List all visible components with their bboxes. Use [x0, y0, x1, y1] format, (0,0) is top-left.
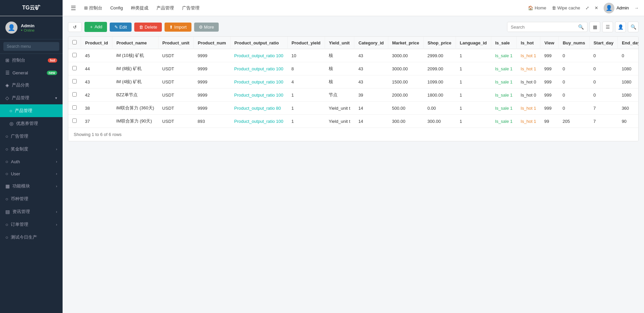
nav-item-dashboard[interactable]: ⊞ 控制台 — [84, 4, 102, 12]
cell-is-hot[interactable]: Is_hot 1 — [516, 62, 540, 75]
production-icon: ○ — [5, 235, 8, 240]
cell-product-num: 9999 — [193, 102, 230, 115]
sidebar-item-label: 订单管理 — [11, 221, 53, 228]
col-is-hot: Is_hot — [516, 37, 540, 49]
search-icon[interactable]: 🔍 — [575, 22, 587, 32]
expand-icon[interactable]: ⤢ — [585, 5, 589, 10]
home-link[interactable]: 🏠 Home — [528, 5, 546, 10]
refresh-button[interactable]: ↺ — [68, 22, 82, 32]
nav-item-config[interactable]: Config — [110, 4, 123, 12]
cell-output-ratio[interactable]: Product_output_ratio 100 — [230, 49, 287, 62]
col-start-day: Start_day — [589, 37, 617, 49]
sidebar-search-input[interactable] — [3, 42, 59, 51]
cell-is-hot[interactable]: Is_hot 1 — [516, 115, 540, 128]
column-toggle-button[interactable]: 👤 — [615, 22, 626, 32]
sidebar-item-product-management-group[interactable]: ◇ 产品管理 ▾ — [0, 92, 63, 104]
chevron-right-icon: › — [56, 172, 57, 176]
sidebar-item-product-management[interactable]: ○ 产品管理 — [0, 104, 63, 117]
nav-item-commission[interactable]: 种类提成 — [131, 4, 148, 12]
cell-output-ratio[interactable]: Product_output_ratio 80 — [230, 102, 287, 115]
sidebar-item-bonus[interactable]: ○ 奖金制度 › — [0, 143, 63, 155]
admin-name[interactable]: Admin — [616, 5, 629, 10]
cell-start-day: 7 — [589, 102, 617, 115]
cell-language-id: 1 — [456, 102, 491, 115]
cell-product-name: iM (8核) 矿机 — [112, 62, 158, 75]
sidebar-item-advertising[interactable]: ○ 广告管理 — [0, 130, 63, 143]
cell-output-ratio[interactable]: Product_output_ratio 100 — [230, 75, 287, 89]
cell-output-ratio[interactable]: Product_output_ratio 100 — [230, 89, 287, 102]
menu-toggle-icon[interactable]: ☰ — [71, 4, 76, 12]
cell-product-id: 37 — [81, 115, 112, 128]
cell-is-sale[interactable]: Is_sale 1 — [491, 75, 516, 89]
sidebar-item-currency[interactable]: ○ 币种管理 — [0, 193, 63, 205]
sidebar-item-news[interactable]: ▤ 资讯管理 › — [0, 205, 63, 218]
cell-view: 999 — [540, 49, 559, 62]
cell-is-sale[interactable]: Is_sale 1 — [491, 102, 516, 115]
row-select-checkbox[interactable] — [72, 105, 77, 110]
sidebar-item-orders[interactable]: ○ 订单管理 › — [0, 218, 63, 231]
cell-is-sale[interactable]: Is_sale 1 — [491, 115, 516, 128]
row-select-checkbox[interactable] — [72, 79, 77, 83]
col-buy-nums: Buy_nums — [559, 37, 589, 49]
cell-is-hot[interactable]: Is_hot 0 — [516, 75, 540, 89]
product-icon: ○ — [9, 108, 12, 113]
cell-yield-unit: 核 — [325, 75, 354, 89]
row-select-checkbox[interactable] — [72, 66, 77, 70]
table-row: 43 iM (4核) 矿机 USDT 9999 Product_output_r… — [68, 75, 639, 89]
cell-product-name: iM联合算力 (360天) — [112, 102, 158, 115]
nav-item-products[interactable]: 产品管理 — [156, 4, 174, 12]
row-select-checkbox[interactable] — [72, 53, 77, 57]
cell-end-day: 90 — [618, 115, 639, 128]
cell-is-hot[interactable]: Is_hot 1 — [516, 49, 540, 62]
sidebar-item-daily-production[interactable]: ○ 测试今日生产 — [0, 231, 63, 244]
cell-product-num: 9999 — [193, 75, 230, 89]
cell-is-hot[interactable]: Is_hot 0 — [516, 89, 540, 102]
cell-is-sale[interactable]: Is_sale 1 — [491, 89, 516, 102]
cell-output-ratio[interactable]: Product_output_ratio 100 — [230, 62, 287, 75]
list-view-button[interactable]: ☰ — [602, 22, 613, 32]
row-checkbox — [68, 62, 81, 75]
cell-is-hot[interactable]: Is_hot 1 — [516, 102, 540, 115]
advanced-search-button[interactable]: 🔍 — [628, 22, 639, 32]
sidebar-item-label: 功能模块 — [12, 183, 53, 189]
add-button[interactable]: ＋ Add — [84, 22, 107, 32]
cell-product-name: BZZ单节点 — [112, 89, 158, 102]
data-table-container: Product_id Product_name Product_unit Pro… — [68, 36, 639, 141]
row-checkbox — [68, 102, 81, 115]
cell-is-sale[interactable]: Is_sale 1 — [491, 62, 516, 75]
row-select-checkbox[interactable] — [72, 92, 77, 97]
wipe-cache-link[interactable]: 🗑 Wipe cache — [552, 5, 580, 10]
search-input[interactable] — [507, 23, 575, 32]
cell-product-unit: USDT — [158, 49, 193, 62]
sidebar-item-dashboard[interactable]: ⊞ 控制台 hot — [0, 54, 63, 67]
ads-icon: ○ — [5, 134, 8, 139]
edit-button[interactable]: ✎ Edit — [110, 23, 132, 32]
cell-product-name: iM (10核) 矿机 — [112, 49, 158, 62]
sidebar-item-modules[interactable]: ▦ 功能模块 › — [0, 180, 63, 193]
sidebar-item-auth[interactable]: ○ Auth › — [0, 155, 63, 168]
close-icon[interactable]: ✕ — [595, 5, 598, 10]
logout-icon[interactable]: → — [634, 5, 639, 10]
admin-avatar-area[interactable]: 👤 Admin — [604, 3, 629, 13]
import-button[interactable]: ⬆ Import — [165, 23, 191, 32]
cell-output-ratio[interactable]: Product_output_ratio 100 — [230, 115, 287, 128]
more-button[interactable]: ⚙ More — [194, 23, 219, 32]
cell-start-day: 0 — [589, 49, 617, 62]
cell-end-day: 0 — [618, 49, 639, 62]
chevron-down-icon: ▾ — [55, 96, 57, 100]
cell-shop-price: 1800.00 — [423, 89, 456, 102]
cell-is-sale[interactable]: Is_sale 1 — [491, 49, 516, 62]
nav-item-ads[interactable]: 广告管理 — [182, 4, 200, 12]
sidebar-item-product-category[interactable]: ◈ 产品分类 — [0, 79, 63, 92]
sidebar-item-user[interactable]: ○ User › — [0, 168, 63, 180]
row-select-checkbox[interactable] — [72, 118, 77, 123]
col-product-name: Product_name — [112, 37, 158, 49]
delete-button[interactable]: 🗑 Delete — [134, 23, 162, 32]
hot-badge: hot — [48, 58, 57, 63]
sidebar-item-general[interactable]: ☰ General new — [0, 67, 63, 79]
col-yield-unit: Yield_unit — [325, 37, 354, 49]
cell-yield: 1 — [287, 89, 325, 102]
grid-view-button[interactable]: ▦ — [589, 22, 600, 32]
select-all-checkbox[interactable] — [72, 40, 77, 44]
sidebar-item-coupons[interactable]: ◎ 优惠券管理 — [0, 117, 63, 130]
